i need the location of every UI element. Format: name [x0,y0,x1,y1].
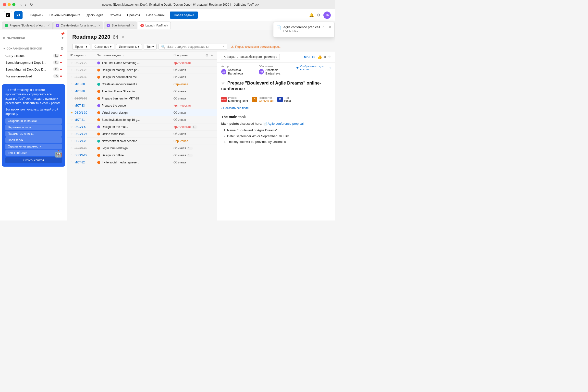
task-id[interactable]: MKT-31 [74,118,85,122]
bell-icon[interactable]: 🔔 [309,13,314,18]
col-id-header[interactable]: ID задачи ↕ [68,52,94,60]
star-icon[interactable]: ☆ [70,146,73,150]
tooltip-btn5[interactable]: Ограничения видимости [6,144,62,150]
tab-close-1[interactable]: ✕ [48,24,50,27]
sidebar-item-search[interactable]: Event Management Dept S... 11 [4,59,64,66]
task-id[interactable]: DSGN-30 [74,111,87,114]
table-row[interactable]: ☆ MKT-30 The First Game Streaming ... Об… [68,88,217,95]
filter-assignee[interactable]: Исполнитель ▾ [116,44,142,50]
tab-launch-youtrack[interactable]: H Launch YouTrack [138,22,170,30]
table-row[interactable]: ☆ MKT-31 Send invitations to top-10 g...… [68,116,217,124]
table-row[interactable]: ☆ DSGN-5 Design for the mai... Критическ… [68,124,217,130]
nav-reports[interactable]: Отчеты [107,12,124,18]
table-row[interactable]: ☆ DSGN-26 Login form redesign Обычная1..… [68,145,217,152]
drafts-header[interactable]: ▶ ЧЕРНОВИКИ + [4,36,64,40]
task-id[interactable]: DSGN-29 [74,61,87,65]
detail-star-icon[interactable]: ☆ [221,81,225,85]
refresh-button[interactable]: ↻ [29,2,34,7]
task-id[interactable]: DSGN-22 [74,154,87,157]
table-row[interactable]: ☆ DSGN-29 The First Game Streaming ... К… [68,60,217,67]
fullscreen-button[interactable] [12,3,16,6]
star-icon[interactable]: ☆ [70,154,73,157]
pin-icon[interactable]: 📌 [60,32,65,36]
filter-status[interactable]: Состояние ▾ [92,44,114,50]
tab-prepare-boulevard[interactable]: C Prepare "Boulevard of Ag... ✕ [2,22,53,30]
star-icon[interactable]: ★ [70,111,73,114]
tooltip-btn2[interactable]: Варианты поиска [6,124,62,130]
add-search-icon[interactable]: ⚙ [60,46,64,50]
task-id[interactable]: DSGN-27 [74,132,87,136]
star-icon[interactable]: ☆ [70,76,73,79]
table-row[interactable]: ☆ DSGN-23 Design for storing user's pr..… [68,67,217,74]
dropdown-close[interactable]: ✕ [328,25,332,29]
task-id[interactable]: DSGN-35 [74,76,87,79]
back-button[interactable]: ‹ [19,2,22,7]
table-add-icon[interactable]: + [211,54,213,57]
clear-search-icon[interactable]: ✕ [222,45,224,48]
add-draft-icon[interactable]: + [62,36,64,40]
tab-close-2[interactable]: ✕ [98,24,101,27]
visibility-button[interactable]: 👁 Отображается для всех чит... ▾ [296,65,331,71]
close-preview-button[interactable]: ✕ Закрыть панель быстрого просмотра [221,54,280,60]
sidebar-item-search[interactable]: Event Mngmnt Dept Due D... 11 [4,66,64,72]
task-id[interactable]: DSGN-5 [74,125,86,128]
star-icon[interactable]: ☆ [70,161,73,164]
table-row[interactable]: ☆ DSGN-36 Prepare banners for MKT-38 Обы… [68,95,217,102]
table-row[interactable]: ☆ DSGN-35 Design for confirmation me... … [68,74,217,81]
forward-button[interactable]: › [24,2,27,7]
task-id[interactable]: MKT-30 [74,90,85,93]
search-input[interactable] [166,45,221,48]
filter-type[interactable]: Тип ▾ [144,44,156,50]
tab-close-3[interactable]: ✕ [132,24,134,27]
task-id[interactable]: DSGN-23 [74,68,87,72]
task-id[interactable]: DSGN-26 [74,146,87,150]
table-row[interactable]: ☆ MKT-33 Prepare the venue Критическая [68,102,217,109]
col-priority-header[interactable]: Приоритет ↑ [170,52,202,60]
table-row[interactable]: ☆ DSGN-27 Offline mode icon Обычная [68,130,217,138]
nav-tasks[interactable]: Задачи ▾ [28,12,46,18]
more-icon[interactable]: ⋯ [327,2,332,7]
nav-monitoring[interactable]: Панели мониторинга [46,12,83,18]
table-row[interactable]: ☆ MKT-38 Create an announcement a... Сер… [68,81,217,88]
star-icon[interactable]: ☆ [70,118,73,122]
sidebar-item-search[interactable]: Carry's issues 31 [4,52,64,59]
switch-mode-button[interactable]: ⚠ Переключиться в режим запроса [229,44,282,50]
tooltip-btn4[interactable]: Поля задач [6,137,62,143]
table-row[interactable]: ★ DSGN-30 Virtual booth design Обычная [68,109,217,116]
show-fields-button[interactable]: ▾ Показать все поля [217,105,335,111]
star-icon[interactable]: ☆ [70,132,73,136]
table-row[interactable]: ☆ DSGN-22 Design for offline ... Обычная… [68,152,217,159]
minimize-button[interactable] [8,3,11,6]
close-button[interactable] [3,3,6,6]
hide-tips-button[interactable]: Скрыть советы [6,157,62,163]
table-settings-icon[interactable]: ⚙ [205,54,208,57]
task-id[interactable]: MKT-38 [74,82,85,86]
dropdown-star[interactable]: ☆ [322,25,325,29]
gear-icon[interactable]: ⚙ [317,13,320,18]
star-icon[interactable]: ☆ [70,68,73,72]
star-icon[interactable]: ☆ [70,61,73,65]
bookmark-icon[interactable]: ☆ [328,55,331,59]
task-id[interactable]: DSGN-36 [74,97,87,100]
searches-header[interactable]: ▾ СОХРАНЕННЫЕ ПОИСКИ ⚙ [4,46,64,50]
star-icon[interactable]: ☆ [70,125,73,128]
tab-stay-informed[interactable]: K Stay informed ✕ [104,22,137,30]
star-icon[interactable]: ☆ [70,97,73,100]
tooltip-btn1[interactable]: Сохраненные поиски [6,118,62,124]
meeting-link[interactable]: Agile conference prep call [268,122,304,126]
star-icon[interactable]: ☆ [70,104,73,107]
task-id[interactable]: MKT-32 [74,161,85,164]
roadmap-close-icon[interactable]: ✕ [122,35,125,39]
task-id[interactable]: MKT-33 [74,104,85,107]
tab-create-design[interactable]: K Create design for a ticket... ✕ [53,22,104,30]
star-icon[interactable]: ☆ [70,90,73,93]
table-row[interactable]: ☆ MKT-32 Invite social media represe... … [68,159,217,166]
search-box[interactable]: 🔍 ✕ [158,44,227,50]
new-task-button[interactable]: Новая задача [170,12,198,18]
sidebar-item-search[interactable]: For me unresolved 35 [4,73,64,80]
star-icon[interactable]: ☆ [70,82,73,86]
star-icon[interactable]: ☆ [70,140,73,143]
task-id[interactable]: DSGN-28 [74,140,87,143]
nav-projects[interactable]: Проекты [124,12,143,18]
nav-knowledge[interactable]: База знаний [143,12,168,18]
